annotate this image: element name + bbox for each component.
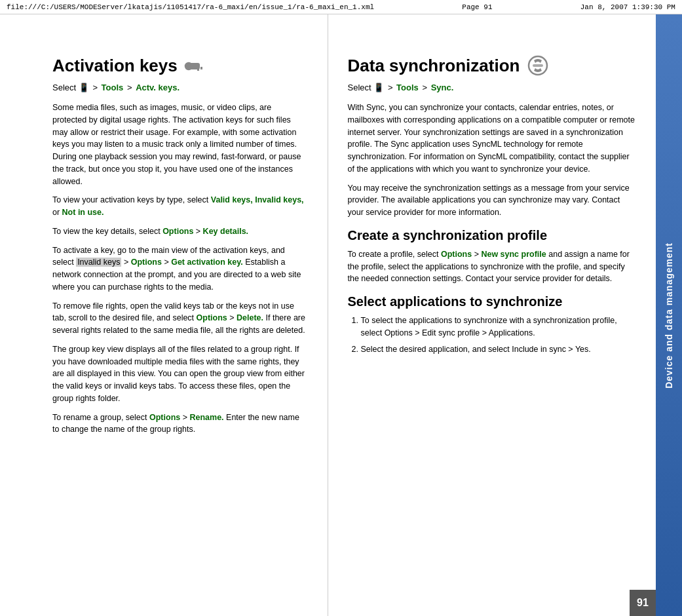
activation-keys-title: Activation keys (52, 54, 308, 77)
activation-para-4: To activate a key, go to the main view o… (52, 244, 308, 294)
phone-icon-inline: 📱 (79, 83, 92, 92)
sync-icon (526, 54, 550, 77)
sync-second-para: You may receive the synchronization sett… (348, 182, 637, 219)
svg-rect-3 (200, 67, 202, 69)
new-sync-profile-link[interactable]: New sync profile (481, 250, 546, 259)
invalid-keys-box: Invalid keys (76, 258, 121, 267)
svg-rect-5 (533, 64, 543, 67)
nav-actv-keys-link[interactable]: Actv. keys. (136, 83, 180, 92)
nav-select-label: Select (52, 83, 79, 92)
data-sync-nav: Select 📱 > Tools > Sync. (348, 83, 637, 92)
edit-sync-profile-link[interactable]: Edit sync profile (422, 328, 480, 337)
left-column: Activation keys Select 📱 > Tools > Actv.… (0, 14, 328, 616)
include-in-sync-link[interactable]: Include in sync (512, 345, 566, 354)
select-apps-list: To select the applications to synchroniz… (348, 315, 637, 355)
options-link-3[interactable]: Options (197, 313, 227, 322)
activation-keys-nav: Select 📱 > Tools > Actv. keys. (52, 83, 308, 92)
activation-keys-title-text: Activation keys (52, 56, 178, 76)
activation-para-7: To rename a group, select Options > Rena… (52, 412, 308, 436)
list-item-2: Select the desired application, and sele… (361, 343, 637, 356)
rename-link[interactable]: Rename. (189, 413, 223, 422)
yes-link[interactable]: Yes. (575, 345, 591, 354)
sidebar-right: Device and data management (656, 14, 682, 616)
create-profile-title: Create a synchronization profile (348, 228, 637, 243)
options-link-1[interactable]: Options (162, 227, 193, 236)
invalid-keys-link[interactable]: Invalid keys, (255, 195, 303, 204)
page-label: Page 91 (462, 3, 492, 11)
nav-select-label-r: Select (348, 83, 374, 92)
svg-rect-2 (197, 67, 199, 71)
data-sync-title: Data synchronization (348, 54, 637, 77)
nav-sync-link[interactable]: Sync. (431, 83, 454, 92)
options-link-2[interactable]: Options (131, 258, 162, 267)
data-sync-title-text: Data synchronization (348, 56, 520, 76)
get-activation-link[interactable]: Get activation key. (171, 258, 243, 267)
activation-para-1: Some media files, such as images, music,… (52, 102, 308, 187)
sidebar-label: Device and data management (664, 242, 674, 389)
sync-intro-para: With Sync, you can synchronize your cont… (348, 102, 637, 176)
activation-para-3: To view the key details, select Options … (52, 225, 308, 238)
key-icon (184, 54, 208, 77)
activation-para-6: The group key view displays all of the f… (52, 343, 308, 405)
phone-icon-inline-r: 📱 (373, 83, 387, 92)
nav-tools-link[interactable]: Tools (102, 83, 124, 92)
top-bar: file:///C:/USERS/MODEServer/lkatajis/110… (0, 0, 682, 14)
activation-para-2: To view your activation keys by type, se… (52, 194, 308, 219)
select-apps-title: Select applications to synchronize (348, 294, 637, 309)
key-details-link[interactable]: Key details. (203, 227, 248, 236)
options-link-4[interactable]: Options (149, 413, 180, 422)
applications-link[interactable]: Applications. (489, 328, 535, 337)
valid-keys-link[interactable]: Valid keys, (211, 195, 253, 204)
create-profile-para: To create a profile, select Options > Ne… (348, 248, 637, 285)
right-column: Data synchronization Select 📱 > Tools > … (328, 14, 656, 616)
nav-tools-link-r[interactable]: Tools (396, 83, 419, 92)
options-link-list1[interactable]: Options (385, 328, 413, 337)
not-in-use-link[interactable]: Not in use. (62, 208, 104, 217)
delete-link[interactable]: Delete. (237, 313, 263, 322)
list-item-1: To select the applications to synchroniz… (361, 315, 637, 339)
date-label: Jan 8, 2007 1:39:30 PM (580, 3, 675, 11)
main-content: Activation keys Select 📱 > Tools > Actv.… (0, 14, 656, 616)
options-link-create[interactable]: Options (441, 250, 472, 259)
activation-para-5: To remove file rights, open the valid ke… (52, 300, 308, 337)
filepath-label: file:///C:/USERS/MODEServer/lkatajis/110… (7, 3, 374, 11)
page-number: 91 (630, 590, 656, 616)
